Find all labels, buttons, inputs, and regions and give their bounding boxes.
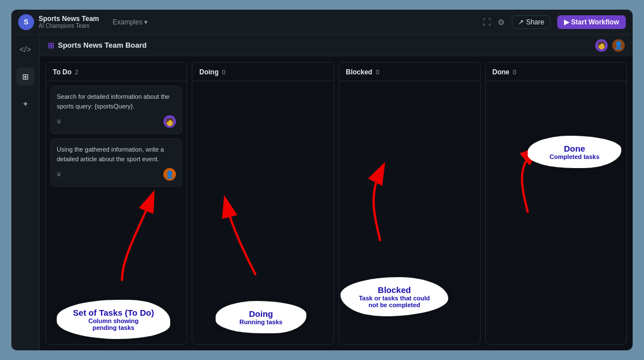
app-logo: S (18, 14, 34, 30)
annotation-blocked-title: Blocked (351, 285, 438, 295)
top-bar: S Sports News Team AI Champions Team Exa… (11, 10, 633, 35)
column-header-blocked: Blocked 0 (339, 62, 480, 81)
column-header-todo: To Do 2 (46, 62, 187, 81)
sidebar-icon-nodes[interactable]: ✦ (16, 95, 35, 113)
card-2-lines-icon: ≡ (57, 170, 61, 178)
nodes-icon: ✦ (22, 99, 29, 108)
kanban-board: To Do 2 Search for detailed information … (40, 56, 633, 350)
card-1-avatar: 🧑 (163, 115, 176, 128)
team-name: Sports News Team (39, 15, 99, 23)
column-title-done: Done (493, 68, 510, 76)
board-title: ⊞ Sports News Team Board (48, 41, 147, 50)
grid-icon: ⊞ (22, 72, 29, 81)
examples-button[interactable]: Examples ▾ (112, 18, 148, 26)
start-workflow-button[interactable]: ▶ Start Workflow (557, 15, 626, 29)
avatar-1: 🧑 (595, 39, 608, 52)
column-header-doing: Doing 0 (192, 62, 333, 81)
annotation-blocked-sub: Task or tasks that couldnot be completed (351, 295, 438, 308)
expand-button[interactable]: ⛶ (483, 18, 491, 27)
card-2-text: Using the gathered information, write a … (57, 145, 176, 164)
annotation-todo-sub: Column showingpending tasks (67, 317, 160, 331)
board-icon: ⊞ (48, 41, 54, 50)
sidebar: </> ⊞ ✦ (11, 35, 40, 350)
card-1-text: Search for detailed information about th… (57, 92, 176, 111)
share-icon: ↗ (518, 18, 524, 26)
annotation-todo-title: Set of Tasks (To Do) (67, 308, 160, 317)
share-button[interactable]: ↗ Share (512, 15, 550, 29)
annotation-done-sub: Completed tasks (538, 153, 611, 160)
column-title-todo: To Do (53, 68, 71, 76)
card-2-footer: ≡ 👤 (57, 168, 176, 181)
column-count-blocked: 0 (376, 69, 379, 76)
column-count-todo: 2 (75, 69, 78, 76)
code-icon: </> (19, 45, 31, 54)
annotation-doing-sub: Running tasks (226, 319, 296, 325)
annotation-done: Done Completed tasks (528, 136, 621, 168)
expand-icon: ⛶ (483, 18, 491, 27)
sub-header-right: 🧑 👤 (595, 39, 625, 52)
card-2-avatar: 👤 (163, 168, 176, 181)
column-count-doing: 0 (222, 69, 225, 76)
team-sub: AI Champions Team (39, 23, 99, 29)
sidebar-icon-code[interactable]: </> (16, 40, 35, 58)
gear-icon: ⚙ (498, 18, 505, 27)
top-bar-right: ⛶ ⚙ ↗ Share ▶ Start Workflow (483, 15, 626, 29)
top-bar-left: S Sports News Team AI Champions Team Exa… (18, 14, 148, 30)
avatar-2: 👤 (612, 39, 625, 52)
main-area: </> ⊞ ✦ ⊞ Sports News Team Board 🧑 👤 (11, 35, 633, 350)
column-count-done: 0 (513, 69, 516, 76)
team-info: Sports News Team AI Champions Team (39, 15, 99, 29)
column-title-doing: Doing (199, 68, 218, 76)
chevron-down-icon: ▾ (144, 18, 148, 26)
card-1-footer: ≡ 🧑 (57, 115, 176, 128)
column-done: Done 0 (485, 62, 627, 345)
card-1: Search for detailed information about th… (50, 86, 182, 134)
settings-button[interactable]: ⚙ (498, 18, 505, 27)
annotation-done-title: Done (538, 144, 611, 153)
column-content-done (486, 81, 626, 344)
annotation-doing-title: Doing (226, 309, 296, 319)
column-header-done: Done 0 (486, 62, 626, 81)
annotation-todo: Set of Tasks (To Do) Column showingpendi… (57, 300, 170, 339)
sidebar-icon-grid[interactable]: ⊞ (16, 68, 35, 86)
sub-header: ⊞ Sports News Team Board 🧑 👤 (40, 35, 633, 56)
card-1-lines-icon: ≡ (57, 118, 61, 125)
app-window: S Sports News Team AI Champions Team Exa… (11, 10, 633, 350)
card-2: Using the gathered information, write a … (50, 139, 182, 187)
column-title-blocked: Blocked (346, 68, 373, 76)
annotation-doing: Doing Running tasks (216, 301, 306, 333)
content-section: ⊞ Sports News Team Board 🧑 👤 To Do 2 (40, 35, 633, 350)
